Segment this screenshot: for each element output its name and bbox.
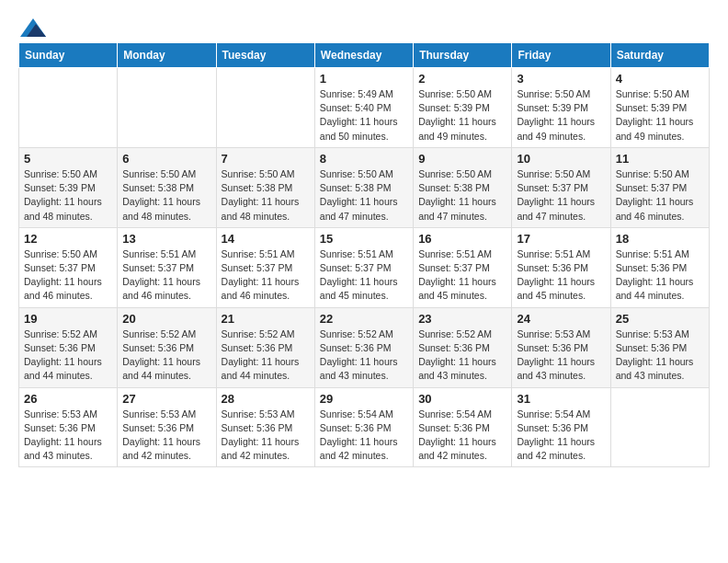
day-number: 9 — [418, 152, 506, 166]
calendar-cell: 31Sunrise: 5:54 AM Sunset: 5:36 PM Dayli… — [512, 387, 610, 467]
day-number: 14 — [222, 232, 310, 246]
calendar-week-row: 5Sunrise: 5:50 AM Sunset: 5:39 PM Daylig… — [19, 147, 710, 227]
day-info: Sunrise: 5:50 AM Sunset: 5:38 PM Dayligh… — [122, 167, 210, 224]
calendar-cell: 24Sunrise: 5:53 AM Sunset: 5:36 PM Dayli… — [512, 307, 610, 387]
calendar-cell: 3Sunrise: 5:50 AM Sunset: 5:39 PM Daylig… — [512, 68, 610, 148]
day-number: 16 — [418, 232, 506, 246]
header-friday: Friday — [512, 43, 610, 68]
calendar-cell: 19Sunrise: 5:52 AM Sunset: 5:36 PM Dayli… — [19, 307, 118, 387]
calendar-cell: 28Sunrise: 5:53 AM Sunset: 5:36 PM Dayli… — [216, 387, 314, 467]
day-info: Sunrise: 5:53 AM Sunset: 5:36 PM Dayligh… — [616, 327, 704, 384]
calendar-cell: 29Sunrise: 5:54 AM Sunset: 5:36 PM Dayli… — [314, 387, 413, 467]
day-number: 7 — [222, 152, 310, 166]
calendar-cell: 30Sunrise: 5:54 AM Sunset: 5:36 PM Dayli… — [414, 387, 512, 467]
day-number: 3 — [517, 72, 605, 86]
calendar-week-row: 19Sunrise: 5:52 AM Sunset: 5:36 PM Dayli… — [19, 307, 710, 387]
calendar-cell: 17Sunrise: 5:51 AM Sunset: 5:36 PM Dayli… — [512, 227, 610, 307]
calendar-cell: 12Sunrise: 5:50 AM Sunset: 5:37 PM Dayli… — [19, 227, 118, 307]
day-info: Sunrise: 5:54 AM Sunset: 5:36 PM Dayligh… — [517, 408, 605, 464]
calendar-cell: 9Sunrise: 5:50 AM Sunset: 5:38 PM Daylig… — [414, 147, 512, 227]
day-number: 27 — [122, 392, 210, 406]
calendar-cell: 1Sunrise: 5:49 AM Sunset: 5:40 PM Daylig… — [314, 68, 413, 148]
calendar-week-row: 26Sunrise: 5:53 AM Sunset: 5:36 PM Dayli… — [19, 387, 710, 467]
day-number: 5 — [24, 152, 112, 166]
day-number: 28 — [222, 392, 310, 406]
day-info: Sunrise: 5:51 AM Sunset: 5:36 PM Dayligh… — [616, 247, 704, 304]
header-monday: Monday — [118, 43, 216, 68]
day-info: Sunrise: 5:52 AM Sunset: 5:36 PM Dayligh… — [122, 327, 210, 384]
calendar-cell: 18Sunrise: 5:51 AM Sunset: 5:36 PM Dayli… — [610, 227, 709, 307]
day-number: 23 — [418, 312, 506, 326]
day-number: 29 — [320, 392, 408, 406]
day-number: 18 — [616, 232, 704, 246]
logo-icon — [20, 18, 46, 37]
calendar-cell: 6Sunrise: 5:50 AM Sunset: 5:38 PM Daylig… — [118, 147, 216, 227]
day-number: 20 — [122, 312, 210, 326]
calendar-cell — [610, 387, 709, 467]
day-info: Sunrise: 5:50 AM Sunset: 5:38 PM Dayligh… — [320, 167, 408, 224]
calendar-cell: 8Sunrise: 5:50 AM Sunset: 5:38 PM Daylig… — [314, 147, 413, 227]
logo — [18, 18, 46, 33]
day-number: 21 — [222, 312, 310, 326]
calendar-week-row: 1Sunrise: 5:49 AM Sunset: 5:40 PM Daylig… — [19, 68, 710, 148]
calendar-cell: 27Sunrise: 5:53 AM Sunset: 5:36 PM Dayli… — [118, 387, 216, 467]
day-info: Sunrise: 5:52 AM Sunset: 5:36 PM Dayligh… — [418, 327, 506, 384]
header-wednesday: Wednesday — [314, 43, 413, 68]
day-info: Sunrise: 5:50 AM Sunset: 5:38 PM Dayligh… — [222, 167, 310, 224]
day-number: 8 — [320, 152, 408, 166]
day-number: 26 — [24, 392, 112, 406]
calendar-header-row: SundayMondayTuesdayWednesdayThursdayFrid… — [19, 43, 710, 68]
calendar-cell: 4Sunrise: 5:50 AM Sunset: 5:39 PM Daylig… — [610, 68, 709, 148]
day-info: Sunrise: 5:50 AM Sunset: 5:39 PM Dayligh… — [418, 87, 506, 144]
day-info: Sunrise: 5:54 AM Sunset: 5:36 PM Dayligh… — [320, 408, 408, 464]
day-info: Sunrise: 5:52 AM Sunset: 5:36 PM Dayligh… — [222, 327, 310, 384]
day-number: 4 — [616, 72, 704, 86]
day-number: 2 — [418, 72, 506, 86]
calendar-cell — [216, 68, 314, 148]
day-info: Sunrise: 5:54 AM Sunset: 5:36 PM Dayligh… — [418, 408, 506, 464]
day-number: 19 — [24, 312, 112, 326]
day-number: 25 — [616, 312, 704, 326]
day-info: Sunrise: 5:51 AM Sunset: 5:36 PM Dayligh… — [517, 247, 605, 304]
day-info: Sunrise: 5:53 AM Sunset: 5:36 PM Dayligh… — [24, 408, 112, 464]
calendar-cell: 10Sunrise: 5:50 AM Sunset: 5:37 PM Dayli… — [512, 147, 610, 227]
day-number: 24 — [517, 312, 605, 326]
calendar-cell: 25Sunrise: 5:53 AM Sunset: 5:36 PM Dayli… — [610, 307, 709, 387]
calendar-cell: 26Sunrise: 5:53 AM Sunset: 5:36 PM Dayli… — [19, 387, 118, 467]
day-info: Sunrise: 5:50 AM Sunset: 5:39 PM Dayligh… — [517, 87, 605, 144]
day-info: Sunrise: 5:53 AM Sunset: 5:36 PM Dayligh… — [122, 408, 210, 464]
day-info: Sunrise: 5:50 AM Sunset: 5:38 PM Dayligh… — [418, 167, 506, 224]
calendar-cell: 14Sunrise: 5:51 AM Sunset: 5:37 PM Dayli… — [216, 227, 314, 307]
day-number: 1 — [320, 72, 408, 86]
day-number: 10 — [517, 152, 605, 166]
day-info: Sunrise: 5:51 AM Sunset: 5:37 PM Dayligh… — [122, 247, 210, 304]
day-number: 17 — [517, 232, 605, 246]
calendar-cell — [118, 68, 216, 148]
calendar-cell: 21Sunrise: 5:52 AM Sunset: 5:36 PM Dayli… — [216, 307, 314, 387]
calendar-week-row: 12Sunrise: 5:50 AM Sunset: 5:37 PM Dayli… — [19, 227, 710, 307]
header-sunday: Sunday — [19, 43, 118, 68]
day-number: 13 — [122, 232, 210, 246]
calendar-cell: 11Sunrise: 5:50 AM Sunset: 5:37 PM Dayli… — [610, 147, 709, 227]
calendar-table: SundayMondayTuesdayWednesdayThursdayFrid… — [18, 42, 710, 467]
day-info: Sunrise: 5:52 AM Sunset: 5:36 PM Dayligh… — [24, 327, 112, 384]
calendar-cell: 13Sunrise: 5:51 AM Sunset: 5:37 PM Dayli… — [118, 227, 216, 307]
day-info: Sunrise: 5:50 AM Sunset: 5:39 PM Dayligh… — [616, 87, 704, 144]
day-info: Sunrise: 5:50 AM Sunset: 5:37 PM Dayligh… — [616, 167, 704, 224]
calendar-cell: 15Sunrise: 5:51 AM Sunset: 5:37 PM Dayli… — [314, 227, 413, 307]
day-info: Sunrise: 5:53 AM Sunset: 5:36 PM Dayligh… — [517, 327, 605, 384]
day-number: 30 — [418, 392, 506, 406]
day-info: Sunrise: 5:50 AM Sunset: 5:37 PM Dayligh… — [517, 167, 605, 224]
header-thursday: Thursday — [414, 43, 512, 68]
calendar-cell: 7Sunrise: 5:50 AM Sunset: 5:38 PM Daylig… — [216, 147, 314, 227]
header-saturday: Saturday — [610, 43, 709, 68]
day-number: 12 — [24, 232, 112, 246]
day-info: Sunrise: 5:52 AM Sunset: 5:36 PM Dayligh… — [320, 327, 408, 384]
calendar-cell: 16Sunrise: 5:51 AM Sunset: 5:37 PM Dayli… — [414, 227, 512, 307]
calendar-cell: 23Sunrise: 5:52 AM Sunset: 5:36 PM Dayli… — [414, 307, 512, 387]
page-header — [18, 18, 710, 33]
day-number: 6 — [122, 152, 210, 166]
day-number: 31 — [517, 392, 605, 406]
day-number: 11 — [616, 152, 704, 166]
calendar-cell: 5Sunrise: 5:50 AM Sunset: 5:39 PM Daylig… — [19, 147, 118, 227]
